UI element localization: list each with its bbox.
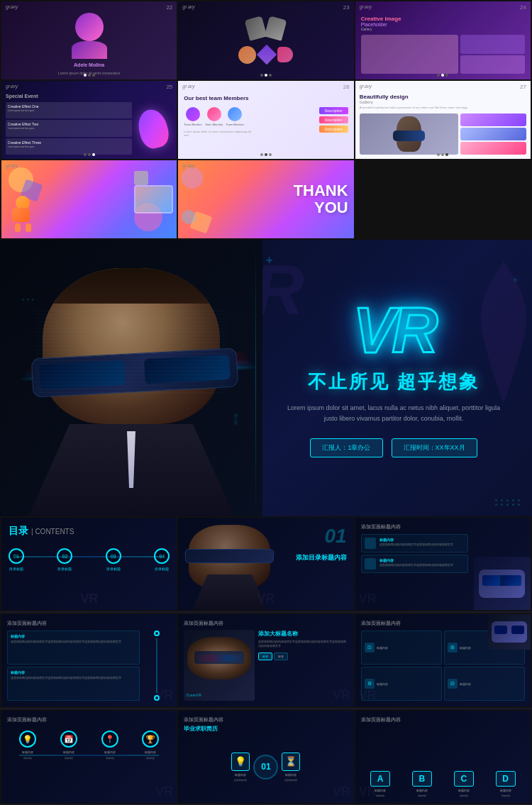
slide-25[interactable]: grəvy 25 Special Event Creative Effect O… (1, 81, 177, 159)
flow-label1: 标题内容 (22, 750, 33, 754)
hero-btn2[interactable]: 汇报时间：XX年XX月 (392, 438, 477, 457)
vr-slide-title: 添加目录标题内容 (296, 553, 347, 562)
num-24: 24 (520, 4, 526, 11)
timeline-icon1: 💡 (231, 753, 250, 771)
hero-section: VR (0, 240, 532, 516)
add-title: 添加页面标题内容 (361, 523, 525, 531)
slide-addcontent[interactable]: 添加页面标题内容 标题内容 这里添加简洁的内容说明文字这里添加简洁的内容说明文字… (355, 518, 531, 610)
thank-line2: YOU (294, 199, 348, 216)
thank-line1: THANK (294, 182, 348, 199)
slide-abcd[interactable]: 添加页面标题内容 A 标题内容 添加内容 B 标题内容 添加内容 C 标题内容 … (355, 711, 531, 803)
abcd-b: B (412, 771, 432, 787)
watermark-timeline: VR (333, 784, 350, 799)
slide-gallery[interactable]: 添加页面标题内容 OceanVR 添加大标题名称 这里添加简洁的内容说明文字这里… (178, 614, 353, 706)
abcd-title: 添加页面标题内容 (361, 716, 525, 723)
slide-22[interactable]: grəvy 22 Adele Molina Lorem ipsum dolor … (1, 1, 177, 79)
title-25: Special Event (6, 94, 172, 99)
info1-title: 添加页面标题内容 (7, 620, 171, 627)
slide-rightinfo[interactable]: 添加页面标题内容 ⊡ 标题内容 ⊞ 标题内容 ⚙ 标题内容 ⊟ 标题内容 (355, 614, 531, 706)
bottom-grid-row3: 添加页面标题内容 💡 标题内容 添加内容 📅 标题内容 添加内容 📍 标题内容 … (0, 709, 532, 804)
slide-vr-person[interactable]: 01 添加目录标题内容 VR (178, 518, 353, 610)
slide-27[interactable]: grəvy 27 Beautifully design Gallery A wo… (355, 81, 531, 159)
watermark-rightinfo: VR (359, 688, 377, 703)
card2-title: 标题内容 (379, 558, 453, 562)
sub-24: Placeholder (361, 22, 525, 27)
label-03: 目录标题 (106, 567, 121, 571)
brand-26: grəvy (182, 84, 194, 89)
watermark-flow: VR (155, 784, 173, 799)
brand-25: grəvy (6, 84, 18, 89)
gallery-subtitle: 添加大标题名称 (258, 630, 348, 638)
subtitle-22: Adele Molina (74, 62, 104, 67)
timeline-title: 添加页面标题内容 (184, 716, 348, 723)
slide-info1[interactable]: 添加页面标题内容 标题内容 这里添加简洁的内容说明文字这里添加简洁的内容说明文字… (1, 614, 177, 706)
brand-22: grəvy (6, 4, 18, 10)
slide-28[interactable]: grəvy (1, 160, 177, 238)
dots-27 (437, 153, 448, 156)
num-25: 25 (166, 84, 172, 90)
card1-text: 这里添加简洁的内容说明文字这里添加简洁的内容说明文字 (379, 543, 453, 546)
title-26: Our best team Members (184, 95, 348, 101)
label-02: 目录标题 (57, 567, 72, 571)
num-23: 23 (343, 4, 350, 11)
sub-27: Gallery (360, 100, 526, 104)
abcd-c: C (454, 771, 474, 787)
brand-23: grəvy (182, 4, 194, 10)
contents-subtitle: | CONTENTS (31, 528, 74, 535)
slide-timeline[interactable]: 添加页面标题内容 毕业求职简历 💡 标题内容 这里添加内容 01 ⏳ 标题内容 … (178, 711, 353, 803)
flow-icon2: 📅 (60, 731, 77, 748)
hero-subtitle: 不止所见 超乎想象 (308, 370, 480, 394)
timeline-label2: 标题内容 (285, 773, 297, 777)
flow-icon1: 💡 (19, 731, 36, 748)
gallery-title: 添加页面标题内容 (184, 620, 348, 627)
card3-25: Creative Effect Three (8, 140, 130, 145)
timeline-subtitle: 毕业求职简历 (184, 725, 348, 733)
num-26: 26 (343, 84, 350, 90)
watermark-gallery: VR (333, 688, 350, 703)
dots-22 (84, 74, 95, 77)
abcd-label4: 标题内容 (500, 789, 511, 792)
slide-23[interactable]: grəvy 23 (178, 1, 353, 79)
dots-26 (260, 153, 272, 156)
title-27: Beautifully design (360, 94, 526, 100)
vr-slide-num: 01 (325, 525, 347, 548)
dots-25 (84, 153, 95, 156)
flow-label2: 标题内容 (63, 750, 74, 754)
vr-logo: VR (353, 299, 434, 362)
watermark-contents: VR (80, 592, 98, 606)
label-01: 目录标题 (9, 567, 23, 571)
bottom-grid-row1: 目录 | CONTENTS 01 目录标题 02 目录标题 03 目录标题 (0, 516, 532, 611)
watermark-addcontent: VR (359, 592, 377, 606)
label-04: 目录标题 (155, 567, 169, 571)
flow-label3: 标题内容 (104, 750, 116, 754)
card2-text: 这里添加简洁的内容说明文字这里添加简洁的内容说明文字 (379, 563, 453, 567)
hero-desc: Lorem ipsum dolor sit amet, lacus nulla … (280, 403, 507, 425)
slide-contents[interactable]: 目录 | CONTENTS 01 目录标题 02 目录标题 03 目录标题 (1, 518, 177, 610)
dots-24 (437, 74, 448, 77)
flow-title: 添加页面标题内容 (7, 716, 171, 723)
slide-29[interactable]: grəvy THANK YOU (178, 160, 353, 238)
slide-24[interactable]: grəvy 24 Creative Image Placeholder Gall… (355, 1, 531, 79)
timeline-icon2: ⏳ (282, 753, 300, 771)
watermark-abcd: VR (359, 784, 377, 799)
abcd-label3: 标题内容 (458, 789, 470, 792)
slide-flow[interactable]: 添加页面标题内容 💡 标题内容 添加内容 📅 标题内容 添加内容 📍 标题内容 … (1, 711, 177, 803)
brand-24: grəvy (360, 4, 372, 10)
title-24: Creative Image (361, 16, 525, 22)
abcd-d: D (496, 771, 516, 787)
card2-25: Creative Effect Two (8, 122, 130, 126)
num-22: 22 (166, 4, 172, 11)
hero-btn1[interactable]: 汇报人：1章办公 (310, 438, 382, 457)
contents-title: 目录 (9, 525, 28, 538)
flow-icon3: 📍 (101, 731, 118, 748)
slides-grid-top: grəvy 22 Adele Molina Lorem ipsum dolor … (0, 0, 532, 240)
gallery-desc: 这里添加简洁的内容说明文字这里添加简洁的内容说明文字这里添加简洁的内容说明文字 (258, 640, 348, 648)
watermark-info1: VR (155, 688, 173, 703)
timeline-label1: 标题内容 (235, 773, 246, 777)
flow-icon4: 🏆 (142, 731, 159, 748)
slide-26[interactable]: grəvy 26 Our best team Members Team Memb… (178, 81, 353, 159)
cross-1: + (266, 254, 272, 267)
abcd-label2: 标题内容 (416, 789, 428, 792)
gallery-24: Gallery (361, 27, 525, 31)
watermark-vr: VR (257, 592, 275, 606)
